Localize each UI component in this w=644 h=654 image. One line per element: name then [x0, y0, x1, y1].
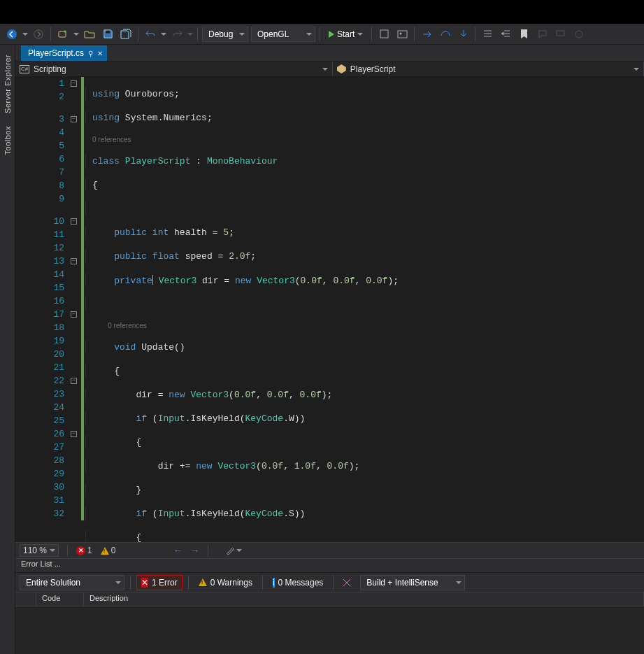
browser-link-button[interactable] — [376, 27, 392, 42]
comment-icon — [537, 29, 548, 39]
pretty-listing-button[interactable] — [225, 546, 242, 555]
error-list-tab[interactable]: Error List ... — [15, 559, 644, 573]
csharp-icon: C# — [20, 65, 29, 73]
chevron-down-icon — [357, 33, 363, 36]
fold-toggle[interactable]: − — [71, 431, 77, 437]
clear-filters-button[interactable] — [339, 575, 355, 590]
save-button[interactable] — [100, 27, 115, 42]
toolbox-tab[interactable]: Toolbox — [3, 126, 12, 155]
error-list-col-icon[interactable] — [15, 592, 36, 606]
nav-right-button[interactable]: → — [189, 545, 199, 556]
error-source-combo[interactable]: Build + IntelliSense — [360, 575, 465, 590]
pin-icon[interactable]: ⚲ — [88, 50, 93, 57]
start-debug-button[interactable]: Start — [324, 27, 367, 42]
outdent-icon — [501, 29, 511, 39]
separator — [371, 27, 372, 41]
nav-left-button[interactable]: ← — [173, 545, 183, 556]
separator — [188, 576, 189, 590]
toolbar-button-a[interactable] — [394, 27, 410, 42]
file-tab-playerscript[interactable]: PlayerScript.cs ⚲ ✕ — [21, 45, 107, 61]
zoom-level-combo[interactable]: 110 % — [20, 544, 59, 557]
error-indicator[interactable]: ✕ 1 — [76, 546, 92, 555]
error-list-col-code[interactable]: Code — [36, 592, 84, 606]
warnings-filter-button[interactable]: 0 Warnings — [194, 575, 257, 590]
chevron-down-icon[interactable] — [161, 33, 166, 36]
toolbar-button-b[interactable] — [534, 27, 550, 42]
bookmark-icon — [520, 29, 529, 39]
chevron-down-icon[interactable] — [187, 33, 193, 36]
error-list-col-description[interactable]: Description — [84, 592, 644, 606]
nav-type-combo[interactable]: PlayerScript — [333, 62, 644, 76]
error-count: 1 — [87, 546, 92, 555]
fold-toggle[interactable]: − — [71, 218, 77, 225]
undo-button[interactable] — [143, 27, 158, 42]
warning-triangle-icon — [199, 578, 207, 586]
file-tab-label: PlayerScript.cs — [28, 48, 84, 58]
save-all-button[interactable] — [118, 27, 134, 42]
separator — [333, 576, 334, 590]
nav-scope-label: Scripting — [34, 64, 318, 74]
nav-fwd-button[interactable] — [31, 27, 46, 42]
close-icon[interactable]: ✕ — [97, 50, 103, 57]
errors-filter-button[interactable]: ✕ 1 Error — [136, 575, 183, 590]
separator — [197, 27, 198, 41]
step-button-1[interactable] — [419, 27, 434, 42]
indent-button-1[interactable] — [480, 27, 495, 42]
configuration-combo[interactable]: Debug — [202, 27, 248, 42]
error-source-label: Build + IntelliSense — [366, 578, 438, 588]
step-into-icon — [458, 29, 468, 39]
info-circle-icon: i — [273, 578, 275, 588]
server-explorer-tab[interactable]: Server Explorer — [3, 55, 12, 113]
fold-toggle[interactable]: − — [71, 311, 77, 318]
svg-point-7 — [575, 31, 582, 38]
fold-toggle[interactable]: − — [71, 116, 77, 122]
editor-nav-bar: C# Scripting PlayerScript — [15, 62, 644, 77]
platform-label: OpenGL — [257, 29, 289, 39]
bookmark-button[interactable] — [516, 27, 531, 42]
folder-open-icon — [84, 29, 95, 40]
separator — [50, 27, 51, 41]
svg-rect-5 — [398, 31, 407, 38]
browserlink-icon — [379, 29, 389, 39]
toolbar-button-c[interactable] — [552, 27, 568, 42]
nav-scope-combo[interactable]: C# Scripting — [15, 62, 333, 76]
toolbar-button-d[interactable] — [571, 27, 586, 42]
step-button-3[interactable] — [455, 27, 471, 42]
uncomment-icon — [555, 29, 566, 39]
error-circle-icon: ✕ — [76, 546, 85, 555]
chevron-down-icon[interactable] — [22, 33, 28, 36]
separator — [414, 27, 415, 41]
separator — [67, 545, 68, 556]
separator — [208, 545, 208, 556]
separator — [262, 576, 263, 590]
nav-back-button[interactable] — [4, 27, 20, 42]
undo-icon — [145, 29, 156, 39]
error-list-panel: Error List ... Entire Solution ✕ 1 Error… — [15, 558, 644, 654]
new-project-button[interactable] — [55, 27, 71, 42]
warning-indicator[interactable]: 0 — [101, 546, 116, 555]
fold-toggle[interactable]: − — [71, 258, 77, 264]
platform-combo[interactable]: OpenGL — [251, 27, 315, 42]
error-scope-combo[interactable]: Entire Solution — [20, 575, 124, 590]
open-file-button[interactable] — [82, 27, 97, 42]
messages-filter-button[interactable]: i 0 Messages — [269, 575, 327, 590]
codelens-references[interactable]: 0 references — [92, 321, 644, 330]
error-scope-label: Entire Solution — [26, 578, 80, 588]
line-number-gutter: 1− 2 3− 4 5 6 7 8 9 10− 11 12 13− 14 15 … — [15, 77, 81, 542]
fold-toggle[interactable]: − — [71, 80, 77, 87]
code-area[interactable]: using Ouroboros; using System.Numerics; … — [84, 77, 644, 542]
code-editor[interactable]: 1− 2 3− 4 5 6 7 8 9 10− 11 12 13− 14 15 … — [15, 77, 644, 542]
svg-point-6 — [399, 33, 401, 35]
indent-button-2[interactable] — [498, 27, 513, 42]
chevron-down-icon[interactable] — [73, 33, 79, 36]
fold-toggle[interactable]: − — [71, 378, 77, 384]
redo-button[interactable] — [169, 27, 185, 42]
chevron-down-icon — [50, 549, 55, 552]
step-over-icon — [440, 29, 450, 39]
codelens-references[interactable]: 0 references — [92, 135, 644, 144]
nav-type-label: PlayerScript — [350, 64, 629, 74]
tool-icon — [573, 29, 584, 39]
step-button-2[interactable] — [437, 27, 452, 42]
image-icon — [397, 29, 408, 39]
error-list-body[interactable] — [15, 606, 644, 654]
